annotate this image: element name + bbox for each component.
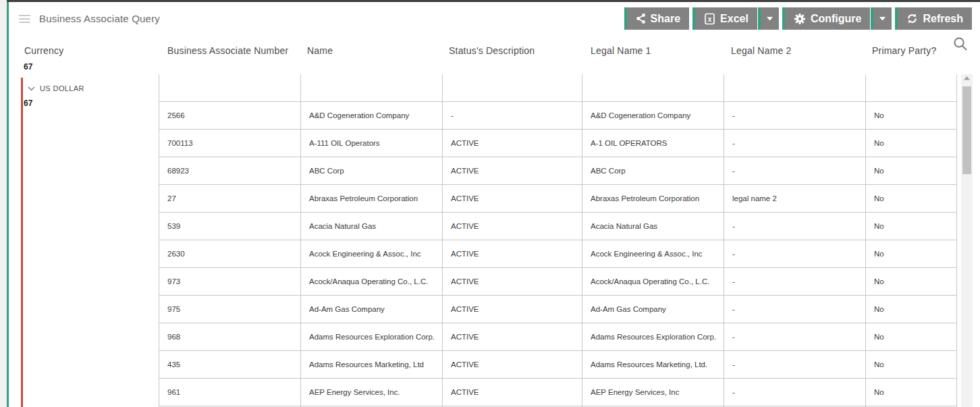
cell[interactable]: Acacia Natural Gas — [301, 212, 443, 240]
cell[interactable]: ACTIVE — [443, 212, 582, 240]
cell[interactable]: 2566 — [159, 101, 301, 129]
column-header-legal-name-1[interactable]: Legal Name 1 — [591, 45, 651, 56]
cell[interactable]: 2630 — [159, 240, 301, 267]
cell[interactable]: No — [866, 129, 957, 157]
cell[interactable]: A&D Cogeneration Company — [582, 101, 724, 129]
cell[interactable]: No — [866, 157, 957, 184]
filter-cell[interactable] — [866, 74, 957, 101]
cell[interactable]: ABC Corp — [301, 157, 443, 184]
cell[interactable]: Ad-Am Gas Company — [301, 295, 443, 323]
search-icon[interactable] — [952, 36, 969, 52]
cell[interactable]: legal name 2 — [724, 184, 866, 212]
column-header-legal-name-2[interactable]: Legal Name 2 — [731, 45, 792, 56]
table-row[interactable]: 27Abraxas Petroleum CorporationACTIVEAbr… — [159, 184, 957, 212]
filter-cell[interactable] — [159, 74, 301, 101]
vertical-scrollbar[interactable] — [961, 74, 973, 407]
excel-dropdown-button[interactable] — [758, 7, 779, 30]
currency-group-row[interactable]: US DOLLAR — [28, 84, 84, 92]
excel-button[interactable]: x Excel — [692, 7, 757, 30]
cell[interactable]: Abraxas Petroleum Corporation — [301, 184, 443, 212]
cell[interactable]: - — [724, 240, 866, 267]
cell[interactable]: No — [866, 240, 957, 267]
cell[interactable]: No — [866, 101, 957, 129]
configure-dropdown-button[interactable] — [871, 7, 892, 30]
table-row[interactable]: 961AEP Energy Services, Inc.ACTIVEAEP En… — [159, 378, 957, 406]
cell[interactable]: Acock Engineering & Assoc., Inc — [582, 240, 724, 267]
cell[interactable]: ACTIVE — [443, 295, 582, 323]
cell[interactable]: ABC Corp — [582, 157, 724, 184]
cell[interactable]: 27 — [159, 184, 301, 212]
cell[interactable]: - — [724, 350, 866, 378]
cell[interactable]: ACTIVE — [443, 129, 582, 157]
cell[interactable]: No — [866, 184, 957, 212]
filter-cell[interactable] — [301, 74, 443, 101]
cell[interactable]: 975 — [159, 295, 301, 323]
cell[interactable]: - — [443, 101, 582, 129]
cell[interactable]: - — [724, 157, 866, 184]
filter-cell[interactable] — [582, 74, 724, 101]
table-row[interactable]: 973Acock/Anaqua Operating Co., L.C.ACTIV… — [159, 267, 957, 295]
cell[interactable]: AEP Energy Services, Inc — [582, 378, 724, 406]
cell[interactable]: - — [724, 323, 866, 350]
cell[interactable]: - — [724, 378, 866, 406]
cell[interactable]: 435 — [159, 350, 301, 378]
cell[interactable]: 700113 — [159, 129, 301, 157]
table-row[interactable]: 68923ABC CorpACTIVEABC Corp-No — [159, 157, 957, 184]
menu-icon[interactable] — [19, 15, 30, 23]
cell[interactable]: AEP Energy Services, Inc. — [301, 378, 443, 406]
cell[interactable]: Adams Resources Exploration Corp. — [301, 323, 443, 350]
cell[interactable]: Acock Engineering & Assoc., Inc — [301, 240, 443, 267]
cell[interactable]: ACTIVE — [443, 157, 582, 184]
cell[interactable]: No — [866, 212, 957, 240]
cell[interactable]: Adams Resources Marketing, Ltd. — [582, 350, 724, 378]
table-row[interactable]: 539Acacia Natural GasACTIVEAcacia Natura… — [159, 212, 957, 240]
cell[interactable]: Ad-Am Gas Company — [582, 295, 724, 323]
cell[interactable]: No — [866, 295, 957, 323]
cell[interactable]: ACTIVE — [443, 323, 582, 350]
table-row[interactable]: 435Adams Resources Marketing, LtdACTIVEA… — [159, 350, 957, 378]
table-row[interactable]: 2630Acock Engineering & Assoc., IncACTIV… — [159, 240, 957, 267]
cell[interactable]: Abraxas Petroleum Corporation — [582, 184, 724, 212]
cell[interactable]: ACTIVE — [443, 378, 582, 406]
table-row[interactable]: 2566A&D Cogeneration Company-A&D Cogener… — [159, 101, 957, 129]
column-header-currency[interactable]: Currency — [24, 45, 63, 56]
cell[interactable]: - — [724, 101, 866, 129]
cell[interactable]: ACTIVE — [443, 184, 582, 212]
cell[interactable]: 539 — [159, 212, 301, 240]
column-header-status[interactable]: Status's Description — [449, 45, 535, 56]
cell[interactable]: - — [724, 212, 866, 240]
filter-cell[interactable] — [724, 74, 866, 101]
column-header-primary-party[interactable]: Primary Party? — [872, 45, 936, 56]
filter-cell[interactable] — [443, 74, 582, 101]
scrollbar-thumb[interactable] — [962, 86, 971, 174]
chevron-down-icon[interactable] — [28, 86, 35, 91]
share-button[interactable]: Share — [624, 7, 689, 30]
cell[interactable]: 968 — [159, 323, 301, 350]
cell[interactable]: No — [866, 378, 957, 406]
cell[interactable]: No — [866, 323, 957, 350]
cell[interactable]: A-111 OIL Operators — [301, 129, 443, 157]
cell[interactable]: - — [724, 295, 866, 323]
cell[interactable]: A-1 OIL OPERATORS — [582, 129, 724, 157]
configure-button[interactable]: Configure — [782, 7, 871, 30]
cell[interactable]: ACTIVE — [443, 240, 582, 267]
cell[interactable]: ACTIVE — [443, 267, 582, 295]
cell[interactable]: 961 — [159, 378, 301, 406]
cell[interactable]: 973 — [159, 267, 301, 295]
table-row[interactable]: 975Ad-Am Gas CompanyACTIVEAd-Am Gas Comp… — [159, 295, 957, 323]
cell[interactable]: Acock/Anaqua Operating Co., L.C. — [301, 267, 443, 295]
cell[interactable]: Adams Resources Marketing, Ltd — [301, 350, 443, 378]
cell[interactable]: No — [866, 350, 957, 378]
refresh-button[interactable]: Refresh — [895, 7, 972, 30]
table-row[interactable]: 968Adams Resources Exploration Corp.ACTI… — [159, 323, 957, 350]
cell[interactable]: ACTIVE — [443, 350, 582, 378]
scroll-up-icon[interactable] — [961, 76, 973, 80]
cell[interactable]: - — [724, 267, 866, 295]
cell[interactable]: A&D Cogeneration Company — [301, 101, 443, 129]
cell[interactable]: Acacia Natural Gas — [582, 212, 724, 240]
cell[interactable]: No — [866, 267, 957, 295]
table-row[interactable]: 700113A-111 OIL OperatorsACTIVEA-1 OIL O… — [159, 129, 957, 157]
cell[interactable]: Adams Resources Exploration Corp. — [582, 323, 724, 350]
column-header-ba-number[interactable]: Business Associate Number — [167, 45, 288, 56]
filter-row[interactable] — [159, 74, 957, 101]
